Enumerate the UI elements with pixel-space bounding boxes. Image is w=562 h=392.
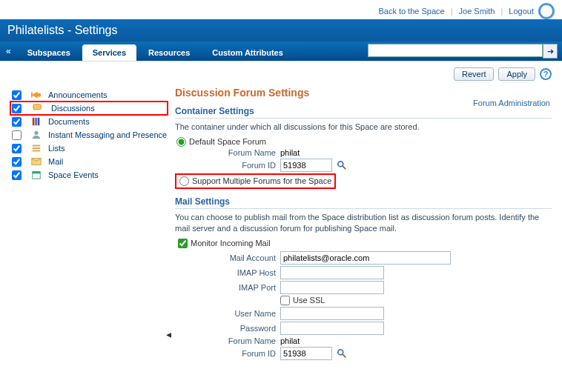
imap-port-row: IMAP Port bbox=[200, 281, 552, 294]
tab-bar: « Subspaces Services Resources Custom At… bbox=[0, 41, 562, 61]
username-label: User Name bbox=[200, 309, 280, 318]
imap-host-label: IMAP Host bbox=[200, 268, 280, 277]
sidebar-item-documents[interactable]: Documents bbox=[12, 115, 171, 128]
tab-subspaces[interactable]: Subspaces bbox=[17, 44, 81, 61]
back-chevron-icon[interactable]: « bbox=[3, 46, 17, 61]
tab-resources[interactable]: Resources bbox=[138, 44, 200, 61]
forum-id-input[interactable] bbox=[280, 159, 332, 172]
sidebar-item-lists[interactable]: Lists bbox=[12, 142, 171, 155]
sidebar-item-label: Instant Messaging and Presence bbox=[48, 130, 167, 139]
svg-rect-4 bbox=[38, 118, 40, 126]
mail-forum-name-value: philat bbox=[280, 336, 300, 345]
mail-account-label: Mail Account bbox=[200, 253, 280, 262]
sidebar-item-mail[interactable]: Mail bbox=[12, 155, 171, 168]
sidebar-item-discussions[interactable]: Discussions bbox=[10, 102, 168, 115]
username-input[interactable] bbox=[280, 307, 384, 320]
mail-forum-id-row: Forum ID bbox=[200, 347, 552, 360]
events-checkbox[interactable] bbox=[12, 170, 22, 180]
sidebar-item-label: Space Events bbox=[48, 170, 99, 179]
default-forum-label: Default Space Forum bbox=[189, 137, 266, 146]
forum-administration-link[interactable]: Forum Administration bbox=[473, 99, 550, 107]
user-link[interactable]: Joe Smith bbox=[459, 7, 495, 16]
content-area: Announcements Discussions Documents Inst… bbox=[0, 61, 562, 392]
sidebar-item-announcements[interactable]: Announcements bbox=[12, 88, 171, 102]
sidebar-item-label: Announcements bbox=[48, 90, 108, 99]
mail-forum-id-label: Forum ID bbox=[200, 349, 280, 358]
sidebar-item-label: Mail bbox=[48, 157, 63, 166]
sidebar-item-label: Discussions bbox=[51, 104, 95, 113]
svg-rect-6 bbox=[33, 145, 41, 147]
list-icon bbox=[30, 143, 42, 153]
sidebar-item-label: Documents bbox=[48, 117, 90, 126]
monitor-mail-label: Monitor Incoming Mail bbox=[191, 239, 271, 248]
calendar-icon bbox=[30, 170, 42, 180]
documents-checkbox[interactable] bbox=[12, 117, 22, 127]
sidebar-item-events[interactable]: Space Events bbox=[12, 168, 171, 182]
magnifier-icon[interactable] bbox=[337, 160, 347, 170]
mail-forum-name-row: Forum Name philat bbox=[200, 336, 552, 345]
multi-forum-radio[interactable] bbox=[179, 176, 189, 186]
svg-rect-2 bbox=[33, 118, 35, 126]
svg-rect-7 bbox=[33, 147, 41, 149]
revert-button[interactable]: Revert bbox=[454, 67, 494, 81]
logout-link[interactable]: Logout bbox=[509, 7, 534, 16]
forum-id-label: Forum ID bbox=[200, 161, 280, 170]
mail-settings-heading: Mail Settings bbox=[175, 196, 552, 209]
header-bar: Philatelists - Settings bbox=[0, 19, 562, 41]
svg-point-5 bbox=[34, 131, 38, 135]
ssl-label: Use SSL bbox=[293, 296, 325, 305]
help-icon[interactable]: ? bbox=[540, 68, 552, 80]
tab-services[interactable]: Services bbox=[82, 44, 136, 61]
forum-name-value: philat bbox=[280, 148, 300, 157]
back-to-space-link[interactable]: Back to the Space bbox=[378, 7, 444, 16]
apply-button[interactable]: Apply bbox=[498, 67, 535, 81]
svg-point-14 bbox=[338, 349, 343, 354]
svg-line-13 bbox=[343, 166, 346, 169]
tab-custom-attributes[interactable]: Custom Attributes bbox=[202, 44, 294, 61]
search-input[interactable] bbox=[368, 44, 543, 57]
person-icon bbox=[30, 130, 42, 140]
password-label: Password bbox=[200, 324, 280, 333]
mail-account-row: Mail Account bbox=[200, 251, 552, 265]
search-go-button[interactable]: ➜ bbox=[543, 44, 558, 59]
separator: | bbox=[500, 7, 503, 16]
multi-forum-label: Support Multiple Forums for the Space bbox=[192, 176, 331, 185]
mail-forum-name-label: Forum Name bbox=[200, 336, 280, 345]
tab-search: ➜ bbox=[368, 44, 558, 59]
ssl-checkbox[interactable] bbox=[280, 296, 290, 305]
monitor-mail-row[interactable]: Monitor Incoming Mail bbox=[178, 239, 552, 248]
default-forum-radio-row[interactable]: Default Space Forum bbox=[176, 137, 552, 147]
mail-account-input[interactable] bbox=[280, 251, 451, 265]
megaphone-icon bbox=[30, 90, 42, 100]
imp-checkbox[interactable] bbox=[12, 130, 22, 140]
monitor-mail-checkbox[interactable] bbox=[178, 239, 188, 248]
action-row: Revert Apply ? bbox=[175, 67, 552, 87]
multi-forum-radio-row[interactable]: Support Multiple Forums for the Space bbox=[176, 175, 334, 187]
svg-point-0 bbox=[37, 93, 41, 96]
forum-name-row: Forum Name philat bbox=[200, 148, 552, 157]
mail-checkbox[interactable] bbox=[12, 157, 22, 167]
imap-port-input[interactable] bbox=[280, 281, 384, 294]
collapse-handle-icon[interactable]: ◂ bbox=[166, 328, 171, 340]
ssl-checkbox-row[interactable]: Use SSL bbox=[280, 296, 325, 305]
sidebar-item-imp[interactable]: Instant Messaging and Presence bbox=[12, 128, 171, 142]
imap-port-label: IMAP Port bbox=[200, 283, 280, 292]
svg-line-15 bbox=[343, 353, 346, 356]
lists-checkbox[interactable] bbox=[12, 144, 22, 153]
imap-host-input[interactable] bbox=[280, 266, 384, 279]
main-panel: ◂ Revert Apply ? Discussion Forum Settin… bbox=[171, 62, 562, 392]
announcements-checkbox[interactable] bbox=[12, 90, 22, 100]
magnifier-icon[interactable] bbox=[337, 348, 347, 358]
svg-rect-8 bbox=[33, 150, 41, 152]
services-sidebar: Announcements Discussions Documents Inst… bbox=[0, 62, 171, 392]
default-forum-radio[interactable] bbox=[176, 137, 186, 147]
speech-bubble-icon bbox=[32, 103, 44, 113]
mail-forum-id-input[interactable] bbox=[280, 347, 332, 360]
oracle-logo-icon bbox=[538, 3, 555, 19]
discussions-checkbox[interactable] bbox=[12, 104, 22, 113]
page-title: Philatelists - Settings bbox=[7, 24, 118, 37]
password-input[interactable] bbox=[280, 322, 384, 335]
ssl-row: Use SSL bbox=[200, 296, 552, 305]
username-row: User Name bbox=[200, 307, 552, 320]
mail-settings-desc: You can choose to publish mail from the … bbox=[175, 212, 552, 234]
